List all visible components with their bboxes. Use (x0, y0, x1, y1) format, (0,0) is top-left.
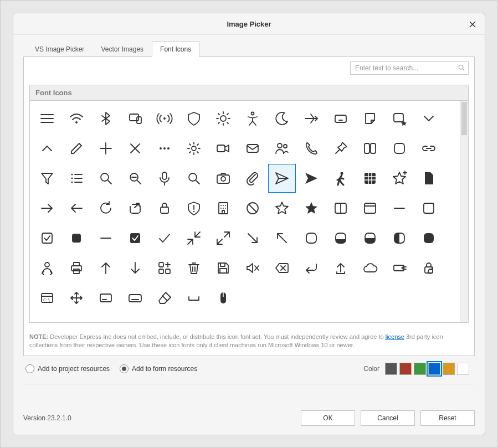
minus-icon[interactable] (386, 194, 413, 223)
sun-icon[interactable] (209, 104, 237, 133)
rounded-half-bot2-icon[interactable] (356, 224, 384, 253)
checkbox-filled-icon[interactable] (121, 224, 149, 253)
rounded-square-icon[interactable] (297, 224, 325, 253)
move-icon[interactable] (63, 284, 90, 312)
check-icon[interactable] (151, 224, 178, 253)
rounded-filled-icon[interactable] (415, 224, 443, 253)
people-icon[interactable] (268, 134, 296, 163)
edit-icon[interactable] (63, 134, 90, 163)
caption-icon[interactable] (92, 284, 120, 312)
cancel-button[interactable]: Cancel (361, 410, 415, 426)
color-swatch[interactable] (399, 363, 412, 375)
stop-rounded-icon[interactable] (386, 134, 413, 163)
eraser-icon[interactable] (151, 284, 178, 312)
reset-button[interactable]: Reset (420, 410, 475, 426)
close-icon[interactable] (121, 134, 149, 163)
volume-mute-icon[interactable] (239, 254, 266, 282)
person-swap-icon[interactable] (33, 254, 61, 282)
delete-icon[interactable] (180, 254, 208, 282)
mouse-icon[interactable] (209, 284, 237, 312)
menu-icon[interactable] (33, 104, 61, 133)
color-swatch[interactable] (385, 363, 397, 375)
cloud-icon[interactable] (356, 254, 384, 282)
arrow-diag-up-icon[interactable] (268, 224, 296, 253)
search-box[interactable] (350, 61, 469, 75)
grid-pattern-icon[interactable] (356, 164, 384, 193)
accessibility-icon[interactable] (239, 104, 266, 133)
video-icon[interactable] (209, 134, 237, 163)
lock-icon[interactable] (151, 194, 178, 223)
keyboard-icon[interactable] (121, 284, 149, 312)
radio-form-resources[interactable]: Add to form resources (120, 364, 197, 373)
settings-gear-icon[interactable] (180, 134, 208, 163)
lock-refresh-icon[interactable] (415, 254, 443, 282)
print-icon[interactable] (63, 254, 90, 282)
zoom-out-icon[interactable] (121, 164, 149, 193)
checkbox-checked-icon[interactable] (33, 224, 61, 253)
columns-two-icon[interactable] (356, 134, 384, 163)
send-outline-icon[interactable] (268, 164, 296, 193)
send-filled-icon[interactable] (297, 164, 325, 193)
license-link[interactable]: license (386, 333, 404, 340)
broadcast-icon[interactable] (151, 104, 178, 133)
window-close-button[interactable] (466, 18, 479, 31)
rounded-half-bottom-icon[interactable] (327, 224, 355, 253)
scrollbar[interactable] (460, 101, 468, 322)
star-filled-icon[interactable] (297, 194, 325, 223)
color-swatch[interactable] (457, 363, 469, 375)
tab-vector-images[interactable]: Vector Images (93, 42, 152, 57)
walk-icon[interactable] (327, 164, 355, 193)
color-swatch[interactable] (428, 363, 440, 375)
phone-icon[interactable] (297, 134, 325, 163)
columns-icon[interactable] (327, 194, 355, 223)
plus-icon[interactable] (92, 134, 120, 163)
block-icon[interactable] (239, 194, 266, 223)
attach-icon[interactable] (239, 164, 266, 193)
arrow-diag-down-icon[interactable] (239, 224, 266, 253)
star-plus-icon[interactable] (386, 164, 413, 193)
arrow-left-icon[interactable] (63, 194, 90, 223)
search-input[interactable] (354, 64, 458, 73)
ok-button[interactable]: OK (301, 410, 355, 426)
chevron-up-icon[interactable] (33, 134, 61, 163)
search-icon[interactable] (92, 164, 120, 193)
upload-icon[interactable] (327, 254, 355, 282)
moon-icon[interactable] (268, 104, 296, 133)
backspace-icon[interactable] (268, 254, 296, 282)
tag-icon[interactable] (386, 254, 413, 282)
zoom-icon[interactable] (180, 164, 208, 193)
tablet-landscape-icon[interactable] (327, 104, 355, 133)
airplane-icon[interactable] (297, 104, 325, 133)
browser-icon[interactable] (356, 194, 384, 223)
collapse-icon[interactable] (180, 224, 208, 253)
remove-line-icon[interactable] (92, 224, 120, 253)
expand-icon[interactable] (209, 224, 237, 253)
arrow-right-icon[interactable] (33, 194, 61, 223)
tab-vs-image-picker[interactable]: VS Image Picker (27, 42, 93, 57)
chevron-down-icon[interactable] (415, 104, 443, 133)
star-outline-icon[interactable] (268, 194, 296, 223)
mail-icon[interactable] (239, 134, 266, 163)
tab-font-icons[interactable]: Font Icons (152, 42, 199, 57)
terminal-icon[interactable]: C:\ (33, 284, 61, 312)
more-icon[interactable] (151, 134, 178, 163)
space-icon[interactable] (180, 284, 208, 312)
return-icon[interactable] (297, 254, 325, 282)
camera-icon[interactable] (209, 164, 237, 193)
arrow-up-icon[interactable] (92, 254, 120, 282)
arrow-down-icon[interactable] (121, 254, 149, 282)
shield-warning-icon[interactable] (180, 194, 208, 223)
apps-add-icon[interactable] (151, 254, 178, 282)
tablet-star-icon[interactable] (386, 104, 413, 133)
scroll-thumb[interactable] (461, 102, 467, 135)
pin-icon[interactable] (327, 134, 355, 163)
devices-icon[interactable] (121, 104, 149, 133)
link-icon[interactable] (415, 134, 443, 163)
bluetooth-icon[interactable] (92, 104, 120, 133)
filter-icon[interactable] (33, 164, 61, 193)
radio-project-resources[interactable]: Add to project resources (25, 364, 110, 373)
square-filled-icon[interactable] (63, 224, 90, 253)
refresh-icon[interactable] (92, 194, 120, 223)
save-icon[interactable] (209, 254, 237, 282)
shield-icon[interactable] (180, 104, 208, 133)
